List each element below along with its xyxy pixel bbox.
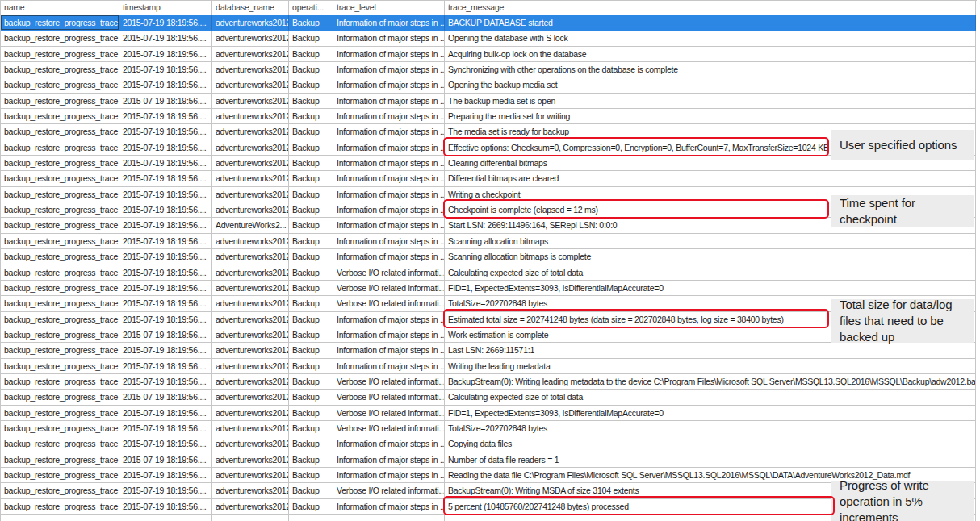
cell-operation[interactable]: Backup xyxy=(289,218,333,233)
cell-operation[interactable]: Backup xyxy=(289,202,333,218)
cell-name[interactable]: backup_restore_progress_trace xyxy=(1,77,119,93)
cell-name[interactable]: backup_restore_progress_trace xyxy=(1,499,119,515)
cell-trace_level[interactable]: Information of major steps in ... xyxy=(333,156,445,171)
cell-trace_message[interactable]: Number of data file readers = 1 xyxy=(445,452,976,468)
cell-trace_level[interactable]: Verbose I/O related informati... xyxy=(333,483,445,498)
cell-timestamp[interactable]: 2015-07-19 18:19:56.... xyxy=(119,499,212,515)
cell-trace_message[interactable]: BACKUP DATABASE started xyxy=(445,15,976,31)
cell-database_name[interactable]: adventureworks2012 xyxy=(212,140,289,156)
cell-operation[interactable]: Backup xyxy=(289,171,333,186)
cell-timestamp[interactable]: 2015-07-19 18:19:56.... xyxy=(119,47,212,62)
cell-trace_level[interactable]: Verbose I/O related informati... xyxy=(333,406,445,421)
cell-operation[interactable]: Backup xyxy=(289,421,333,436)
cell-timestamp[interactable]: 2015-07-19 18:19:56.... xyxy=(119,296,212,311)
cell-timestamp[interactable]: 2015-07-19 18:19:56.... xyxy=(119,171,212,186)
cell-database_name[interactable]: adventureworks2012 xyxy=(212,171,289,186)
cell-operation[interactable]: Backup xyxy=(289,312,333,327)
cell-operation[interactable]: Backup xyxy=(289,77,333,93)
cell-database_name[interactable]: adventureworks2012 xyxy=(212,62,289,77)
cell-timestamp[interactable]: 2015-07-19 18:19:56.... xyxy=(119,15,212,31)
cell-trace_message[interactable]: Differential bitmaps are cleared xyxy=(445,171,976,186)
cell-trace_level[interactable]: Information of major steps in ... xyxy=(333,452,445,468)
cell-trace_level[interactable]: Information of major steps in ... xyxy=(333,327,445,343)
cell-database_name[interactable]: adventureworks2012 xyxy=(212,15,289,31)
cell-operation[interactable]: Backup xyxy=(289,15,333,31)
cell-trace_level[interactable]: Information of major steps in ... xyxy=(333,343,445,358)
cell-name[interactable]: backup_restore_progress_trace xyxy=(1,62,119,77)
cell-operation[interactable]: Backup xyxy=(289,281,333,296)
cell-name[interactable]: backup_restore_progress_trace xyxy=(1,171,119,186)
cell-database_name[interactable]: adventureworks2012 xyxy=(212,124,289,140)
cell-name[interactable]: backup_restore_progress_trace xyxy=(1,296,119,311)
table-row[interactable]: backup_restore_progress_trace2015-07-19 … xyxy=(1,31,977,46)
table-row[interactable]: backup_restore_progress_trace2015-07-19 … xyxy=(1,406,977,421)
table-row[interactable]: backup_restore_progress_trace2015-07-19 … xyxy=(1,47,977,62)
cell-operation[interactable]: Backup xyxy=(289,343,333,358)
table-row[interactable]: backup_restore_progress_trace2015-07-19 … xyxy=(1,452,977,468)
cell-database_name[interactable]: adventureworks2012 xyxy=(212,94,289,109)
cell-trace_level[interactable]: Information of major steps in ... xyxy=(333,62,445,77)
cell-name[interactable]: backup_restore_progress_trace xyxy=(1,452,119,468)
cell-operation[interactable]: Backup xyxy=(289,374,333,390)
table-row[interactable]: backup_restore_progress_trace2015-07-19 … xyxy=(1,421,977,436)
cell-database_name[interactable]: adventureworks2012 xyxy=(212,31,289,46)
cell-trace_level[interactable]: Verbose I/O related informati... xyxy=(333,374,445,390)
cell-operation[interactable]: Backup xyxy=(289,249,333,265)
cell-database_name[interactable]: adventureworks2012 xyxy=(212,281,289,296)
table-row[interactable]: backup_restore_progress_trace2015-07-19 … xyxy=(1,171,977,186)
cell-operation[interactable]: Backup xyxy=(289,499,333,515)
table-row[interactable]: backup_restore_progress_trace2015-07-19 … xyxy=(1,109,977,124)
cell-trace_message[interactable]: Calculating expected size of total data xyxy=(445,390,976,405)
cell-database_name[interactable]: adventureworks2012 xyxy=(212,156,289,171)
cell-trace_level[interactable]: Information of major steps in ... xyxy=(333,468,445,483)
cell-timestamp[interactable]: 2015-07-19 18:19:56.... xyxy=(119,156,212,171)
cell-trace_level[interactable]: Information of major steps in ... xyxy=(333,171,445,186)
cell-operation[interactable]: Backup xyxy=(289,296,333,311)
cell-timestamp[interactable]: 2015-07-19 18:19:56.... xyxy=(119,483,212,498)
cell-trace_message[interactable]: Scanning allocation bitmaps is complete xyxy=(445,249,976,265)
cell-trace_message[interactable]: FID=1, ExpectedExtents=3093, IsDifferent… xyxy=(445,406,976,421)
cell-name[interactable]: backup_restore_progress_trace xyxy=(1,47,119,62)
cell-database_name[interactable]: adventureworks2012 xyxy=(212,265,289,281)
cell-operation[interactable]: Backup xyxy=(289,62,333,77)
table-row[interactable]: backup_restore_progress_trace2015-07-19 … xyxy=(1,94,977,109)
cell-trace_message[interactable]: Writing the leading metadata xyxy=(445,359,976,374)
column-header-trace_level[interactable]: trace_level xyxy=(333,1,445,15)
cell-name[interactable]: backup_restore_progress_trace xyxy=(1,281,119,296)
cell-timestamp[interactable]: 2015-07-19 18:19:56.... xyxy=(119,62,212,77)
cell-name[interactable]: backup_restore_progress_trace xyxy=(1,249,119,265)
cell-operation[interactable]: Backup xyxy=(289,47,333,62)
cell-timestamp[interactable]: 2015-07-19 18:19:56.... xyxy=(119,327,212,343)
cell-timestamp[interactable]: 2015-07-19 18:19:56.... xyxy=(119,187,212,202)
cell-operation[interactable]: Backup xyxy=(289,406,333,421)
cell-database_name[interactable]: adventureworks2012 xyxy=(212,327,289,343)
cell-operation[interactable]: Backup xyxy=(289,94,333,109)
cell-trace_level[interactable]: Verbose I/O related informati... xyxy=(333,390,445,405)
cell-operation[interactable]: Backup xyxy=(289,140,333,156)
cell-name[interactable]: backup_restore_progress_trace xyxy=(1,234,119,249)
cell-name[interactable]: backup_restore_progress_trace xyxy=(1,374,119,390)
cell-database_name[interactable]: adventureworks2012 xyxy=(212,499,289,515)
cell-trace_level[interactable]: Information of major steps in ... xyxy=(333,312,445,327)
cell-trace_level[interactable]: Information of major steps in ... xyxy=(333,15,445,31)
cell-trace_message[interactable]: Last LSN: 2669:11571:1 xyxy=(445,343,976,358)
cell-operation[interactable]: Backup xyxy=(289,452,333,468)
cell-database_name[interactable]: adventureworks2012 xyxy=(212,468,289,483)
cell-trace_level[interactable]: Information of major steps in ... xyxy=(333,187,445,202)
cell-trace_level[interactable]: Information of major steps in ... xyxy=(333,249,445,265)
cell-database_name[interactable]: adventureworks2012 xyxy=(212,109,289,124)
cell-timestamp[interactable]: 2015-07-19 18:19:56.... xyxy=(119,374,212,390)
cell-database_name[interactable]: adventureworks2012 xyxy=(212,249,289,265)
cell-name[interactable]: backup_restore_progress_trace xyxy=(1,202,119,218)
cell-operation[interactable]: Backup xyxy=(289,187,333,202)
column-header-database_name[interactable]: database_name xyxy=(212,1,289,15)
cell-trace_level[interactable]: Verbose I/O related informati... xyxy=(333,421,445,436)
table-row[interactable]: backup_restore_progress_trace2015-07-19 … xyxy=(1,15,977,31)
table-row[interactable]: backup_restore_progress_trace2015-07-19 … xyxy=(1,234,977,249)
cell-name[interactable]: backup_restore_progress_trace xyxy=(1,436,119,452)
cell-name[interactable]: backup_restore_progress_trace xyxy=(1,343,119,358)
cell-operation[interactable]: Backup xyxy=(289,390,333,405)
cell-timestamp[interactable]: 2015-07-19 18:19:56.... xyxy=(119,421,212,436)
cell-trace_level[interactable]: Information of major steps in ... xyxy=(333,499,445,515)
cell-trace_level[interactable]: Verbose I/O related informati... xyxy=(333,265,445,281)
